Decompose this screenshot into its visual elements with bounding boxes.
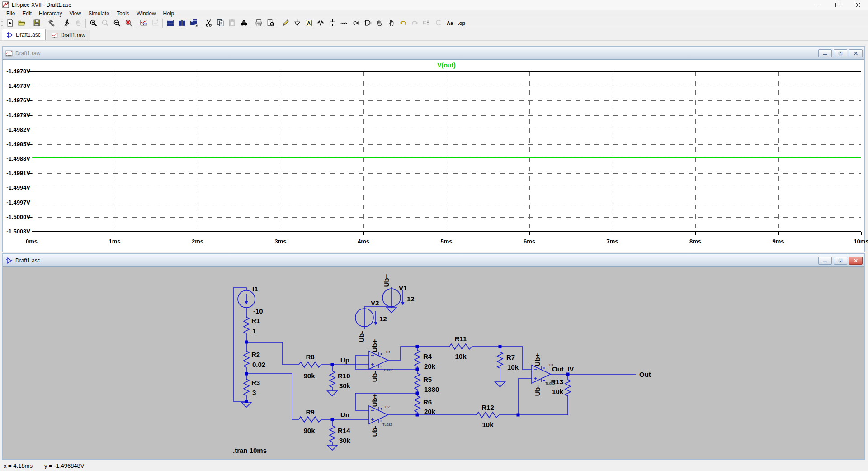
status-bar: x = 4.18ms y = -1.496848V <box>0 460 868 471</box>
cascade-windows-button[interactable] <box>188 18 199 29</box>
zoom-in-button[interactable] <box>87 18 99 29</box>
menu-hierarchy[interactable]: Hierarchy <box>35 10 66 17</box>
trace-vout[interactable] <box>32 157 861 158</box>
schematic-canvas[interactable]: I1 -10 R1 1 R2 0.02 R3 3 R8 90k R10 30k … <box>3 267 864 459</box>
move-button[interactable] <box>373 18 385 29</box>
voltage-source-V2[interactable] <box>355 307 373 329</box>
ground-symbol[interactable] <box>327 391 337 396</box>
menu-view[interactable]: View <box>66 10 85 17</box>
svg-text:U1: U1 <box>386 350 391 354</box>
resistor-R13[interactable] <box>565 379 571 397</box>
resistor-R14[interactable] <box>330 425 335 443</box>
cut-button[interactable] <box>203 18 214 29</box>
resistor-R12[interactable] <box>475 412 500 418</box>
open-button[interactable] <box>16 18 28 29</box>
place-net-label-button[interactable]: A <box>303 18 315 29</box>
window-maximize-button[interactable] <box>827 0 848 10</box>
tile-horizontal-button[interactable] <box>164 18 176 29</box>
place-ground-button[interactable] <box>291 18 303 29</box>
resistor-R8[interactable] <box>297 362 323 367</box>
v-gridline <box>198 72 198 231</box>
resistor-R5[interactable] <box>415 372 420 390</box>
resistor-R4[interactable] <box>415 349 420 367</box>
menu-tools[interactable]: Tools <box>113 10 133 17</box>
menu-edit[interactable]: Edit <box>19 10 35 17</box>
zoom-out-button[interactable] <box>111 18 123 29</box>
resistor-R10[interactable] <box>330 370 335 388</box>
schematic-restore-button[interactable] <box>834 257 847 265</box>
v-gridline <box>695 72 696 231</box>
zoom-out-icon <box>113 19 121 27</box>
resistor-R1[interactable] <box>244 316 249 334</box>
ground-symbol[interactable] <box>387 308 396 313</box>
opamp-U3[interactable] <box>532 365 551 383</box>
waveform-minimize-button[interactable] <box>818 49 832 57</box>
y-axis-tick <box>28 115 32 116</box>
resistor-R6[interactable] <box>415 395 420 413</box>
y-axis-tick <box>28 188 32 188</box>
y-axis-tick <box>28 173 32 174</box>
toolbar-separator <box>44 19 44 28</box>
save-button[interactable] <box>31 18 42 29</box>
menu-simulate[interactable]: Simulate <box>85 10 113 17</box>
find-button[interactable] <box>238 18 250 29</box>
ground-symbol[interactable] <box>241 402 251 407</box>
x-axis-label: 5ms <box>433 238 460 245</box>
print-button[interactable] <box>253 18 264 29</box>
y-axis-tick <box>28 71 32 72</box>
opamp-U1[interactable] <box>369 351 388 369</box>
tab-draft1.raw[interactable]: Draft1.raw <box>47 30 90 40</box>
toolbar-grip[interactable] <box>1 19 3 28</box>
v-gridline <box>363 72 364 231</box>
place-component-button[interactable] <box>362 18 373 29</box>
waveform-restore-button[interactable] <box>834 49 847 57</box>
waveform-close-button[interactable] <box>849 49 863 57</box>
svg-text:I1: I1 <box>252 285 258 293</box>
new-schematic-button[interactable] <box>4 18 16 29</box>
resistor-R9[interactable] <box>297 417 323 422</box>
place-capacitor-icon <box>329 19 336 27</box>
place-resistor-button[interactable] <box>315 18 326 29</box>
resistor-R3[interactable] <box>244 378 249 396</box>
tab-draft1.asc[interactable]: Draft1.asc <box>2 29 46 40</box>
toolbar-separator <box>251 19 251 28</box>
ground-symbol[interactable] <box>327 445 337 450</box>
resistor-R2[interactable] <box>244 350 249 368</box>
place-capacitor-button[interactable] <box>326 18 338 29</box>
menu-window[interactable]: Window <box>133 10 160 17</box>
resistor-R11[interactable] <box>448 344 473 349</box>
schematic-close-button[interactable] <box>849 257 863 265</box>
zoom-in-icon <box>90 19 97 27</box>
place-diode-button[interactable] <box>350 18 362 29</box>
drag-button[interactable] <box>385 18 397 29</box>
draw-wire-button[interactable] <box>279 18 291 29</box>
window-titlebar: LTspice XVII - Draft1.asc <box>0 0 868 10</box>
zoom-full-extents-button[interactable] <box>123 18 134 29</box>
spice-directive-button[interactable]: .op <box>456 18 467 29</box>
waveform-plot-area[interactable]: V(out)-1.4970V-1.4973V-1.4976V-1.4979V-1… <box>3 60 864 252</box>
voltage-source-V1[interactable] <box>382 287 401 308</box>
place-text-button[interactable]: Aa <box>444 18 456 29</box>
schematic-window-titlebar[interactable]: Draft1.asc <box>3 254 864 267</box>
schematic-minimize-button[interactable] <box>818 257 832 265</box>
menu-help[interactable]: Help <box>160 10 178 17</box>
schematic-window-title: Draft1.asc <box>15 257 40 264</box>
resistor-R7[interactable] <box>497 351 503 369</box>
control-panel-button[interactable] <box>46 18 57 29</box>
run-button[interactable] <box>61 18 72 29</box>
tab-label: Draft1.raw <box>61 32 85 38</box>
rotate-button <box>432 18 444 29</box>
undo-button[interactable] <box>397 18 409 29</box>
window-close-button[interactable] <box>848 0 868 10</box>
schematic-drawing[interactable]: I1 -10 R1 1 R2 0.02 R3 3 R8 90k R10 30k … <box>4 270 863 458</box>
window-minimize-button[interactable] <box>807 0 827 10</box>
place-inductor-button[interactable] <box>338 18 350 29</box>
ground-symbol[interactable] <box>495 382 505 387</box>
waveform-autorange-button[interactable] <box>137 18 149 29</box>
svg-text:Ub-: Ub- <box>533 385 541 396</box>
copy-button[interactable] <box>214 18 226 29</box>
menu-file[interactable]: File <box>3 10 19 17</box>
waveform-window-titlebar[interactable]: Draft1.raw <box>3 47 864 60</box>
print-preview-button[interactable] <box>264 18 276 29</box>
tile-vertical-button[interactable] <box>176 18 188 29</box>
